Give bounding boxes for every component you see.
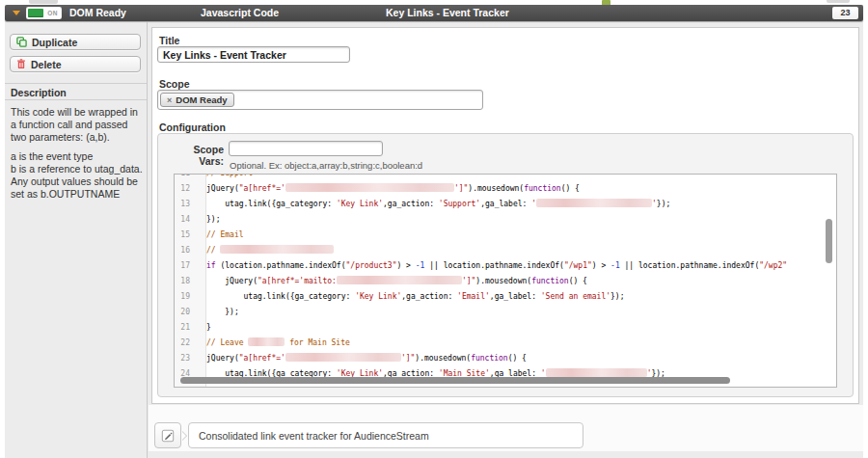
clipped-ui-fragment (827, 0, 850, 3)
tag-header-bar: ON DOM Ready Javascript Code Key Links -… (5, 5, 863, 21)
redacted-text (546, 368, 647, 377)
duplicate-label: Duplicate (32, 37, 77, 48)
divider (5, 99, 147, 100)
scope-tag-label: DOM Ready (176, 94, 227, 105)
code-editor[interactable]: 11// Support12jQuery("a[href*='']").mous… (174, 174, 837, 388)
title-input[interactable] (157, 46, 350, 63)
note-bubble-tail (181, 431, 186, 441)
horizontal-scrollbar-thumb[interactable] (180, 377, 730, 384)
configuration-label: Configuration (159, 121, 226, 133)
code-line: 21} (175, 320, 836, 336)
scope-vars-input[interactable] (229, 141, 383, 156)
title-label: Title (159, 35, 179, 46)
code-line: 17if (location.pathname.indexOf("/produc… (175, 258, 836, 274)
code-line: 15// Email (175, 228, 836, 243)
scope-label: Scope (159, 78, 190, 90)
count-badge[interactable]: 23 (832, 7, 858, 19)
note-input[interactable] (188, 422, 583, 448)
code-line: 19 utag.link({ga_category: 'Key Link',ga… (175, 289, 836, 305)
scope-vars-hint: Optional. Ex: object:a,array:b,string:c,… (230, 160, 422, 171)
toggle-on-label: ON (43, 10, 62, 16)
code-line: 23jQuery("a[href*='']").mousedown(functi… (175, 351, 836, 366)
delete-label: Delete (31, 59, 62, 70)
header-type-label: Javascript Code (201, 5, 279, 21)
code-line: 22// Leave for Main Site (175, 336, 836, 351)
redacted-text (248, 337, 285, 346)
trash-icon (16, 59, 26, 69)
status-toggle[interactable]: ON (26, 7, 62, 19)
description-paragraph-1: This code will be wrapped in a function … (11, 106, 143, 144)
scope-tag: × DOM Ready (160, 93, 234, 107)
code-line: 20 }); (175, 305, 836, 320)
divider (5, 83, 147, 84)
disclosure-arrow-icon[interactable] (13, 11, 20, 15)
header-title-label: Key Links - Event Tracker (386, 5, 509, 21)
code-line: 11// Support (175, 174, 836, 181)
code-line: 18 jQuery("a[href*='mailto:']").mousedow… (175, 274, 836, 289)
code-line: 16// (175, 243, 836, 258)
duplicate-icon (16, 37, 27, 47)
scope-tag-remove-icon[interactable]: × (167, 95, 172, 105)
header-scope-label: DOM Ready (69, 5, 126, 21)
clipped-ui-fragment (29, 0, 58, 4)
code-line: 14}); (175, 212, 836, 228)
scope-input[interactable]: × DOM Ready (157, 90, 483, 110)
description-paragraph-2: a is the event type b is a reference to … (11, 150, 143, 201)
pencil-icon (161, 429, 175, 443)
code-line: 12jQuery("a[href*='']").mousedown(functi… (175, 181, 836, 197)
code-lines: 11// Support12jQuery("a[href*='']").mous… (175, 174, 836, 382)
duplicate-button[interactable]: Duplicate (10, 34, 141, 50)
tag-config-panel: Title Scope × DOM Ready Configuration Sc… (151, 27, 859, 404)
redacted-text (337, 276, 462, 284)
description-title: Description (11, 87, 67, 98)
sidebar: Duplicate Delete Description This code w… (5, 22, 148, 458)
redacted-text (285, 183, 454, 192)
redacted-text (220, 245, 334, 254)
redacted-text (285, 353, 401, 362)
scope-vars-label: Scope Vars: (166, 144, 224, 167)
redacted-text (536, 199, 652, 207)
toggle-knob (28, 9, 43, 17)
app-frame: ON DOM Ready Javascript Code Key Links -… (5, 5, 863, 458)
vertical-scrollbar-thumb[interactable] (826, 219, 832, 263)
configuration-box: Scope Vars: Optional. Ex: object:a,array… (157, 133, 854, 397)
note-edit-button[interactable] (154, 422, 181, 448)
code-line: 13 utag.link({ga_category: 'Key Link',ga… (175, 197, 836, 212)
delete-button[interactable]: Delete (10, 56, 141, 72)
